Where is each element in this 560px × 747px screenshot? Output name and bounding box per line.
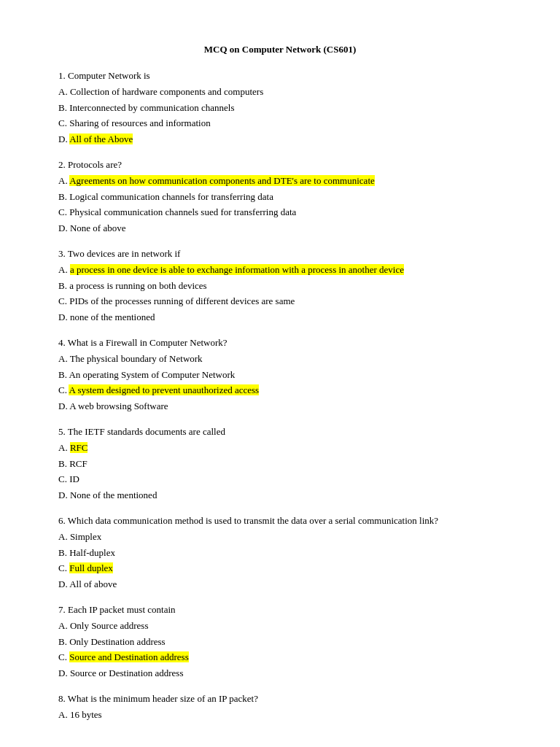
question-block: 7. Each IP packet must containA. Only So… (58, 604, 502, 680)
option-item: D. A web browsing Software (58, 399, 502, 414)
question-text: 8. What is the minimum header size of an… (58, 693, 502, 705)
option-item: A. Only Source address (58, 619, 502, 633)
option-item: D. All of above (58, 577, 502, 592)
question-block: 1. Computer Network isA. Collection of h… (58, 70, 502, 146)
option-item: A. 16 bytes (58, 708, 502, 722)
question-block: 4. What is a Firewall in Computer Networ… (58, 337, 502, 413)
question-block: 8. What is the minimum header size of an… (58, 693, 502, 722)
option-item: C. ID (58, 472, 502, 487)
option-item: A. Agreements on how communication compo… (58, 174, 502, 188)
option-item: C. Physical communication channels sued … (58, 205, 502, 220)
option-item: A. Collection of hardware components and… (58, 85, 502, 99)
question-text: 7. Each IP packet must contain (58, 604, 502, 616)
option-item: C. A system designed to prevent unauthor… (58, 383, 502, 398)
option-item: D. None of above (58, 221, 502, 236)
question-text: 6. Which data communication method is us… (58, 515, 502, 527)
question-text: 3. Two devices are in network if (58, 248, 502, 260)
question-block: 6. Which data communication method is us… (58, 515, 502, 591)
questions-container: 1. Computer Network isA. Collection of h… (58, 70, 502, 722)
option-item: B. Half-duplex (58, 546, 502, 560)
option-item: C. Full duplex (58, 561, 502, 576)
question-text: 1. Computer Network is (58, 70, 502, 82)
question-block: 3. Two devices are in network ifA. a pro… (58, 248, 502, 324)
option-item: D. Source or Destination address (58, 666, 502, 681)
option-item: C. Sharing of resources and information (58, 116, 502, 131)
question-text: 4. What is a Firewall in Computer Networ… (58, 337, 502, 349)
option-item: A. a process in one device is able to ex… (58, 263, 502, 277)
option-item: B. An operating System of Computer Netwo… (58, 368, 502, 382)
highlighted-answer: RFC (70, 442, 88, 453)
highlighted-answer: All of the Above (69, 133, 133, 144)
question-text: 5. The IETF standards documents are call… (58, 426, 502, 438)
option-item: C. Source and Destination address (58, 650, 502, 665)
option-item: B. Only Destination address (58, 635, 502, 649)
option-item: A. The physical boundary of Network (58, 352, 502, 366)
option-item: B. RCF (58, 457, 502, 471)
option-item: C. PIDs of the processes running of diff… (58, 294, 502, 309)
option-item: B. a process is running on both devices (58, 279, 502, 293)
page-title: MCQ on Computer Network (CS601) (58, 44, 502, 55)
question-text: 2. Protocols are? (58, 159, 502, 171)
highlighted-answer: a process in one device is able to excha… (70, 264, 404, 275)
highlighted-answer: A system designed to prevent unauthorize… (69, 384, 259, 395)
highlighted-answer: Full duplex (69, 562, 113, 573)
option-item: B. Logical communication channels for tr… (58, 190, 502, 204)
option-item: D. none of the mentioned (58, 310, 502, 325)
option-item: D. None of the mentioned (58, 488, 502, 503)
highlighted-answer: Agreements on how communication componen… (69, 175, 375, 186)
option-item: B. Interconnected by communication chann… (58, 101, 502, 115)
option-item: A. RFC (58, 441, 502, 455)
option-item: D. All of the Above (58, 132, 502, 147)
option-item: A. Simplex (58, 530, 502, 544)
question-block: 5. The IETF standards documents are call… (58, 426, 502, 502)
question-block: 2. Protocols are?A. Agreements on how co… (58, 159, 502, 235)
highlighted-answer: Source and Destination address (69, 651, 189, 662)
